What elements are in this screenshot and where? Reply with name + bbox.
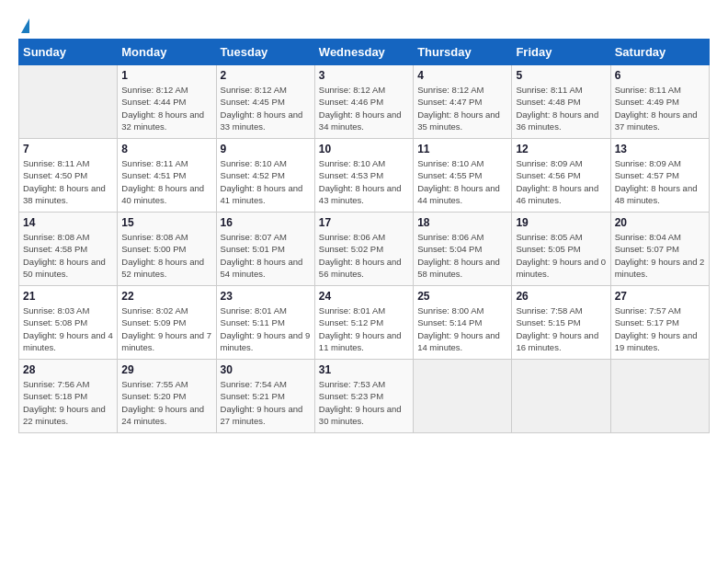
day-number: 4 bbox=[417, 69, 507, 82]
day-cell: 20 Sunrise: 8:04 AMSunset: 5:07 PMDaylig… bbox=[610, 213, 709, 286]
day-info: Sunrise: 8:10 AMSunset: 4:53 PMDaylight:… bbox=[319, 158, 402, 205]
day-number: 2 bbox=[221, 69, 311, 82]
day-number: 13 bbox=[615, 143, 705, 155]
day-info: Sunrise: 7:54 AMSunset: 5:21 PMDaylight:… bbox=[221, 379, 303, 426]
day-info: Sunrise: 8:09 AMSunset: 4:56 PMDaylight:… bbox=[516, 158, 598, 205]
day-info: Sunrise: 8:08 AMSunset: 5:00 PMDaylight:… bbox=[121, 232, 204, 279]
day-number: 3 bbox=[319, 69, 409, 82]
day-cell: 17 Sunrise: 8:06 AMSunset: 5:02 PMDaylig… bbox=[314, 213, 413, 286]
day-number: 31 bbox=[319, 363, 409, 376]
day-info: Sunrise: 8:10 AMSunset: 4:52 PMDaylight:… bbox=[221, 158, 303, 205]
day-number: 19 bbox=[516, 216, 606, 229]
header-cell-friday: Friday bbox=[512, 40, 610, 65]
logo-arrow-icon bbox=[21, 18, 29, 33]
day-cell: 29 Sunrise: 7:55 AMSunset: 5:20 PMDaylig… bbox=[118, 360, 216, 433]
day-cell: 18 Sunrise: 8:06 AMSunset: 5:04 PMDaylig… bbox=[414, 213, 512, 286]
day-info: Sunrise: 8:06 AMSunset: 5:02 PMDaylight:… bbox=[319, 232, 402, 279]
header-cell-sunday: Sunday bbox=[19, 40, 118, 65]
day-number: 5 bbox=[516, 69, 606, 82]
day-number: 21 bbox=[23, 290, 113, 303]
day-info: Sunrise: 8:00 AMSunset: 5:14 PMDaylight:… bbox=[417, 305, 500, 352]
day-info: Sunrise: 8:10 AMSunset: 4:55 PMDaylight:… bbox=[417, 158, 500, 205]
day-number: 10 bbox=[319, 143, 409, 155]
day-number: 16 bbox=[221, 216, 311, 229]
day-info: Sunrise: 8:08 AMSunset: 4:58 PMDaylight:… bbox=[23, 232, 106, 279]
day-cell: 28 Sunrise: 7:56 AMSunset: 5:18 PMDaylig… bbox=[19, 360, 118, 433]
header-cell-thursday: Thursday bbox=[414, 40, 512, 65]
day-number: 20 bbox=[615, 216, 705, 229]
day-cell: 3 Sunrise: 8:12 AMSunset: 4:46 PMDayligh… bbox=[314, 65, 413, 139]
day-cell: 21 Sunrise: 8:03 AMSunset: 5:08 PMDaylig… bbox=[19, 286, 118, 360]
day-number: 27 bbox=[615, 290, 705, 303]
day-number: 30 bbox=[221, 363, 311, 376]
day-info: Sunrise: 8:01 AMSunset: 5:11 PMDaylight:… bbox=[221, 305, 311, 352]
day-cell: 6 Sunrise: 8:11 AMSunset: 4:49 PMDayligh… bbox=[610, 65, 709, 139]
week-row-1: 1 Sunrise: 8:12 AMSunset: 4:44 PMDayligh… bbox=[19, 65, 710, 139]
day-number: 14 bbox=[23, 216, 113, 229]
day-number: 18 bbox=[417, 216, 507, 229]
day-cell: 1 Sunrise: 8:12 AMSunset: 4:44 PMDayligh… bbox=[118, 65, 216, 139]
day-info: Sunrise: 8:03 AMSunset: 5:08 PMDaylight:… bbox=[23, 305, 113, 352]
day-cell: 4 Sunrise: 8:12 AMSunset: 4:47 PMDayligh… bbox=[414, 65, 512, 139]
header-cell-saturday: Saturday bbox=[610, 40, 709, 65]
day-number: 28 bbox=[23, 363, 113, 376]
day-cell bbox=[512, 360, 610, 433]
day-info: Sunrise: 7:55 AMSunset: 5:20 PMDaylight:… bbox=[121, 379, 204, 426]
day-cell: 2 Sunrise: 8:12 AMSunset: 4:45 PMDayligh… bbox=[216, 65, 314, 139]
day-number: 17 bbox=[319, 216, 409, 229]
day-cell: 27 Sunrise: 7:57 AMSunset: 5:17 PMDaylig… bbox=[610, 286, 709, 360]
day-cell: 26 Sunrise: 7:58 AMSunset: 5:15 PMDaylig… bbox=[512, 286, 610, 360]
week-row-3: 14 Sunrise: 8:08 AMSunset: 4:58 PMDaylig… bbox=[19, 213, 710, 286]
day-cell bbox=[610, 360, 709, 433]
day-cell bbox=[414, 360, 512, 433]
day-number: 23 bbox=[221, 290, 311, 303]
day-info: Sunrise: 8:12 AMSunset: 4:44 PMDaylight:… bbox=[121, 85, 204, 132]
day-info: Sunrise: 7:58 AMSunset: 5:15 PMDaylight:… bbox=[516, 305, 598, 352]
day-number: 6 bbox=[615, 69, 705, 82]
calendar-table: SundayMondayTuesdayWednesdayThursdayFrid… bbox=[18, 39, 710, 433]
day-cell: 30 Sunrise: 7:54 AMSunset: 5:21 PMDaylig… bbox=[216, 360, 314, 433]
day-info: Sunrise: 7:56 AMSunset: 5:18 PMDaylight:… bbox=[23, 379, 106, 426]
day-cell: 19 Sunrise: 8:05 AMSunset: 5:05 PMDaylig… bbox=[512, 213, 610, 286]
page-header bbox=[18, 18, 710, 29]
day-info: Sunrise: 8:11 AMSunset: 4:50 PMDaylight:… bbox=[23, 158, 106, 205]
day-number: 22 bbox=[121, 290, 211, 303]
day-info: Sunrise: 8:02 AMSunset: 5:09 PMDaylight:… bbox=[121, 305, 211, 352]
day-number: 25 bbox=[417, 290, 507, 303]
day-cell: 25 Sunrise: 8:00 AMSunset: 5:14 PMDaylig… bbox=[414, 286, 512, 360]
day-cell: 12 Sunrise: 8:09 AMSunset: 4:56 PMDaylig… bbox=[512, 139, 610, 213]
day-number: 29 bbox=[121, 363, 211, 376]
day-cell: 5 Sunrise: 8:11 AMSunset: 4:48 PMDayligh… bbox=[512, 65, 610, 139]
header-cell-tuesday: Tuesday bbox=[216, 40, 314, 65]
day-cell: 10 Sunrise: 8:10 AMSunset: 4:53 PMDaylig… bbox=[314, 139, 413, 213]
week-row-5: 28 Sunrise: 7:56 AMSunset: 5:18 PMDaylig… bbox=[19, 360, 710, 433]
day-info: Sunrise: 8:12 AMSunset: 4:45 PMDaylight:… bbox=[221, 85, 303, 132]
day-number: 26 bbox=[516, 290, 606, 303]
day-cell: 14 Sunrise: 8:08 AMSunset: 4:58 PMDaylig… bbox=[19, 213, 118, 286]
day-cell: 23 Sunrise: 8:01 AMSunset: 5:11 PMDaylig… bbox=[216, 286, 314, 360]
day-number: 11 bbox=[417, 143, 507, 155]
day-number: 8 bbox=[121, 143, 211, 155]
day-info: Sunrise: 8:01 AMSunset: 5:12 PMDaylight:… bbox=[319, 305, 402, 352]
day-number: 24 bbox=[319, 290, 409, 303]
header-row: SundayMondayTuesdayWednesdayThursdayFrid… bbox=[19, 40, 710, 65]
day-cell: 11 Sunrise: 8:10 AMSunset: 4:55 PMDaylig… bbox=[414, 139, 512, 213]
day-cell: 13 Sunrise: 8:09 AMSunset: 4:57 PMDaylig… bbox=[610, 139, 709, 213]
day-cell: 31 Sunrise: 7:53 AMSunset: 5:23 PMDaylig… bbox=[314, 360, 413, 433]
day-info: Sunrise: 8:11 AMSunset: 4:51 PMDaylight:… bbox=[121, 158, 204, 205]
day-info: Sunrise: 8:12 AMSunset: 4:46 PMDaylight:… bbox=[319, 85, 402, 132]
day-info: Sunrise: 8:09 AMSunset: 4:57 PMDaylight:… bbox=[615, 158, 698, 205]
day-info: Sunrise: 8:05 AMSunset: 5:05 PMDaylight:… bbox=[516, 232, 606, 279]
day-cell bbox=[19, 65, 118, 139]
day-cell: 16 Sunrise: 8:07 AMSunset: 5:01 PMDaylig… bbox=[216, 213, 314, 286]
day-info: Sunrise: 7:53 AMSunset: 5:23 PMDaylight:… bbox=[319, 379, 402, 426]
week-row-4: 21 Sunrise: 8:03 AMSunset: 5:08 PMDaylig… bbox=[19, 286, 710, 360]
day-info: Sunrise: 8:06 AMSunset: 5:04 PMDaylight:… bbox=[417, 232, 500, 279]
header-cell-wednesday: Wednesday bbox=[314, 40, 413, 65]
day-number: 12 bbox=[516, 143, 606, 155]
day-cell: 8 Sunrise: 8:11 AMSunset: 4:51 PMDayligh… bbox=[118, 139, 216, 213]
header-cell-monday: Monday bbox=[118, 40, 216, 65]
day-cell: 15 Sunrise: 8:08 AMSunset: 5:00 PMDaylig… bbox=[118, 213, 216, 286]
day-info: Sunrise: 8:07 AMSunset: 5:01 PMDaylight:… bbox=[221, 232, 303, 279]
day-cell: 24 Sunrise: 8:01 AMSunset: 5:12 PMDaylig… bbox=[314, 286, 413, 360]
